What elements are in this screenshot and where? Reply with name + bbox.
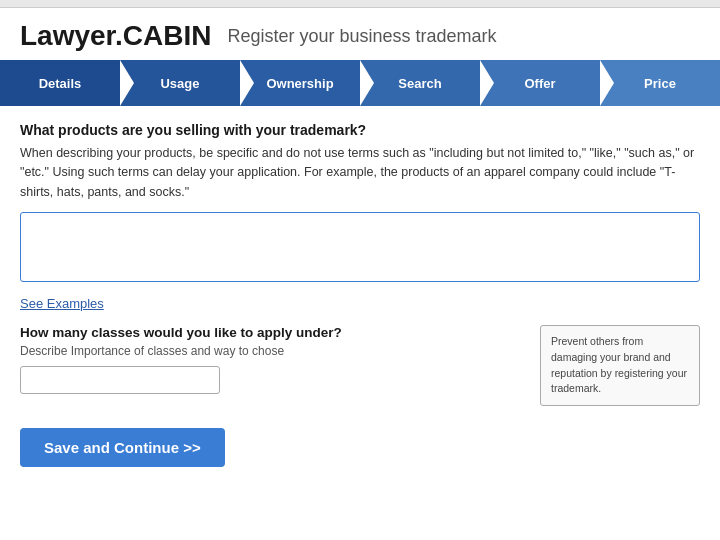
step-usage[interactable]: Usage [120, 60, 240, 106]
header: Lawyer.CABIN Register your business trad… [0, 8, 720, 60]
info-box: Prevent others from damaging your brand … [540, 325, 700, 406]
step-search-label: Search [398, 76, 441, 91]
classes-section: How many classes would you like to apply… [20, 325, 700, 406]
step-offer-label: Offer [524, 76, 555, 91]
step-ownership[interactable]: Ownership [240, 60, 360, 106]
see-examples-link[interactable]: See Examples [20, 296, 104, 311]
step-price-label: Price [644, 76, 676, 91]
step-price[interactable]: Price [600, 60, 720, 106]
step-details[interactable]: Details [0, 60, 120, 106]
step-search[interactable]: Search [360, 60, 480, 106]
products-description: When describing your products, be specif… [20, 144, 700, 202]
save-continue-button[interactable]: Save and Continue >> [20, 428, 225, 467]
steps-bar: Details Usage Ownership Search Offer Pri… [0, 60, 720, 106]
step-details-label: Details [39, 76, 82, 91]
header-subtitle: Register your business trademark [227, 26, 496, 47]
logo: Lawyer.CABIN [20, 20, 211, 52]
logo-plain: Lawyer. [20, 20, 123, 51]
logo-bold: CABIN [123, 20, 212, 51]
classes-left: How many classes would you like to apply… [20, 325, 520, 394]
classes-subtitle: Describe Importance of classes and way t… [20, 344, 520, 358]
step-offer[interactable]: Offer [480, 60, 600, 106]
classes-title: How many classes would you like to apply… [20, 325, 520, 340]
products-textarea[interactable] [20, 212, 700, 282]
products-title: What products are you selling with your … [20, 122, 700, 138]
main-content: What products are you selling with your … [0, 106, 720, 477]
top-bar [0, 0, 720, 8]
step-usage-label: Usage [160, 76, 199, 91]
classes-input[interactable] [20, 366, 220, 394]
step-ownership-label: Ownership [266, 76, 333, 91]
